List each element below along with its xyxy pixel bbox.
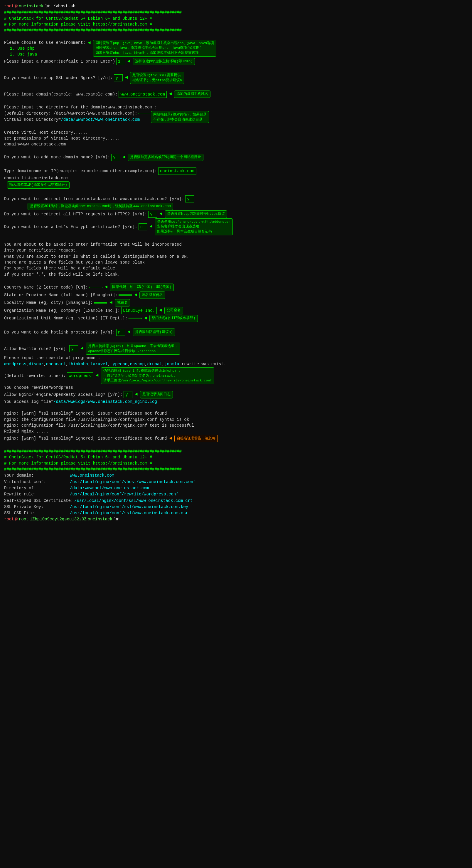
reload-line: Reload Nginx...... [4, 428, 468, 434]
result-vhost-row: Virtualhost conf: /usr/local/nginx/conf/… [4, 479, 468, 485]
cert-info4: There are quite a few fields but you can… [4, 259, 468, 265]
access-log-input[interactable]: y [124, 391, 132, 398]
dir-annotation-row: 网站根目录(绝对路径)，如果目录 不存在，脚本会自动创建该目录 [151, 111, 468, 123]
terminal-window: root@oneinstack]# ./vhost.sh ###########… [4, 3, 468, 522]
arrow6: ◄ [150, 223, 153, 230]
dir-default-label: (Default directory: /data/wwwroot/www.on… [4, 111, 137, 116]
hotlink-row: Do you want to add hotlink protection? [… [4, 329, 468, 336]
rewrite-input-annotation: 伪静态规则（pathinfo模式请选择thinkphp）， 可自定义名字，如自定… [101, 367, 214, 384]
prompt-user: root [4, 3, 14, 9]
nginx-ok1: nginx: the configuration file /usr/local… [4, 417, 468, 423]
cert-info5: For some fields there will be a default … [4, 265, 468, 271]
rewrite-input[interactable]: y [69, 345, 78, 352]
header-line1-bottom: # OneinStack for CentOS/RadHat 5+ Debian… [4, 454, 468, 460]
hotlink-label: Do you want to add hotlink protection? [… [4, 330, 115, 335]
rewrite-list-drupal: drupal [147, 362, 162, 366]
vhost-dir-prefix: Virtual Host Directory= [4, 117, 61, 122]
rewrite-list-typecho: typecho [110, 362, 127, 366]
nginx-warn1: nginx: [warn] "ssl_stapling" ignored, is… [4, 410, 468, 416]
https-input[interactable]: y [148, 211, 157, 218]
rewrite-suffix: rewrite was exist. [179, 362, 226, 366]
prompt2-host: root [19, 516, 29, 522]
option2-label: 2. Use java [4, 52, 86, 57]
ssl-row: Do you want to setup SSL under Nginx? [y… [4, 72, 468, 84]
domain-list-label: domain list=oneinstack.com [4, 175, 68, 181]
rewrite-comma4: , [88, 362, 91, 366]
hash-line-top: ########################################… [4, 9, 468, 15]
https-label: Do you want to redirect all HTTP request… [4, 211, 147, 217]
orgunit-input[interactable] [129, 318, 142, 319]
domain-row: Please input domain(example: www.example… [4, 91, 468, 98]
locality-label: Locality Name (eg, city) [Shanghai]: [4, 300, 93, 306]
type-domain-label: Type domainname or IP(example: example.c… [4, 168, 157, 174]
org-input[interactable]: LinuxEye Inc. [121, 307, 157, 314]
header-line2-bottom: # For more information please visit http… [4, 460, 468, 466]
ssl-label: Do you want to setup SSL under Nginx? [y… [4, 75, 113, 81]
country-label: Country Name (2 letter code) [CN]: [4, 284, 88, 290]
rewrite-default-input[interactable]: wordpress [67, 372, 93, 379]
result-domain-row: Your domain: www.oneinstack.com [4, 472, 468, 478]
more-domain-row: Do you want to add more domain name? [y/… [4, 154, 468, 161]
access-log-path: /data/wwwlogs/www.oneinstack.com_nginx.l… [54, 399, 157, 404]
create-dir-line: Create Virtul Host directory...... [4, 130, 468, 135]
redirect-row: Do you want to redirect from oneinstack.… [4, 195, 468, 203]
arrow3: ◄ [169, 91, 172, 98]
access-log-prefix: You access log file= [4, 399, 54, 404]
arrow-orange: ◄ [169, 435, 172, 442]
arrow15: ◄ [135, 391, 138, 398]
rewrite-list-thinkphp: thinkphp [68, 362, 88, 366]
rewrite-comma8: , [162, 362, 164, 366]
result-rewrite-label: Rewrite rule: [4, 491, 69, 497]
more-domain-annotation: 是否添加更多域名或IP访问同一个网站根目录 [128, 154, 203, 161]
rewrite-default-label: (Default rewrite: other): [4, 373, 66, 379]
prompt2-hash: ]# [113, 516, 119, 522]
arrow14: ◄ [96, 372, 99, 379]
redirect-annotation-row: 是否设置301跳转，浏览器访问oneinstack.com时，强制跳转至www.… [28, 203, 468, 210]
choose-env-label: Please choose to use environment: [4, 40, 86, 45]
arrow2: ◄ [125, 74, 128, 81]
result-rewrite-row: Rewrite rule: /usr/local/nginx/conf/rewr… [4, 491, 468, 497]
result-key-label: SSL Private Key: [4, 504, 69, 510]
locality-input[interactable] [94, 302, 107, 304]
arrow10: ◄ [159, 307, 162, 314]
rewrite-list-laravel: laravel [91, 362, 108, 366]
cert-info1: You are about to be asked to enter infor… [4, 242, 468, 247]
locality-annotation: 城镇名 [115, 299, 130, 307]
https-row: Do you want to redirect all HTTP request… [4, 210, 468, 218]
command: ./vhost.sh [51, 3, 75, 9]
vhost-dir-val: /data/wwwroot/www.oneinstack.com [61, 117, 140, 122]
type-domain-input[interactable]: oneinstack.com [158, 167, 196, 175]
prompt2-user: root [4, 516, 14, 522]
letsencrypt-input[interactable]: n [139, 223, 147, 230]
nginx-warn2-text: nginx: [warn] "ssl_stapling" ignored, is… [4, 435, 167, 441]
state-label: State or Province Name (full name) [Shan… [4, 292, 117, 298]
number-input[interactable]: 1 [116, 58, 125, 65]
rewrite-label: Allow Rewrite rule? [y/n]: [4, 346, 68, 352]
hotlink-annotation: 是否添加防盗链(建议n) [133, 329, 175, 336]
country-input[interactable] [89, 287, 102, 288]
state-input[interactable] [119, 294, 132, 296]
country-annotation: 国家代码，如：CN(中国)，US(美国) [110, 284, 174, 291]
result-key-row: SSL Private Key: /usr/local/nginx/conf/s… [4, 504, 468, 510]
hotlink-input[interactable]: n [116, 329, 125, 336]
result-csr-val: /usr/local/nginx/conf/ssl/www.oneinstack… [70, 510, 188, 516]
set-perm-line: set permissions of Virtual Host director… [4, 135, 468, 141]
redirect-input[interactable]: y [185, 195, 194, 203]
rewrite-chosen-line: You choose rewrite=wordpress [4, 384, 468, 391]
rewrite-list-joomla: joomla [164, 362, 179, 366]
domain-input[interactable]: www.oneinstack.com [119, 91, 166, 98]
domain-label: Please input domain(example: www.example… [4, 91, 117, 97]
state-annotation: 州名或省份名 [139, 291, 165, 299]
result-dir-label: Directory of: [4, 485, 69, 491]
ssl-input[interactable]: y [114, 74, 123, 82]
state-row: State or Province Name (full name) [Shan… [4, 291, 468, 299]
rewrite-prog-label: Please input the rewrite of programme : [4, 355, 468, 361]
more-domain-input[interactable]: y [111, 154, 120, 161]
option1-label: 1. Use php [4, 45, 86, 52]
choose-env-block: Please choose to use environment: 1. Use… [4, 40, 86, 58]
rewrite-list-discuz: discuz [29, 362, 43, 366]
input-number-label: Please input a number:(Default 1 press E… [4, 59, 115, 64]
letsencrypt-label: Do you want to use a Let's Encrypt certi… [4, 224, 137, 230]
selfsign-annotation: 自签名证书警告，请忽略 [174, 435, 218, 442]
access-log-file: You access log file=/data/wwwlogs/www.on… [4, 399, 468, 405]
